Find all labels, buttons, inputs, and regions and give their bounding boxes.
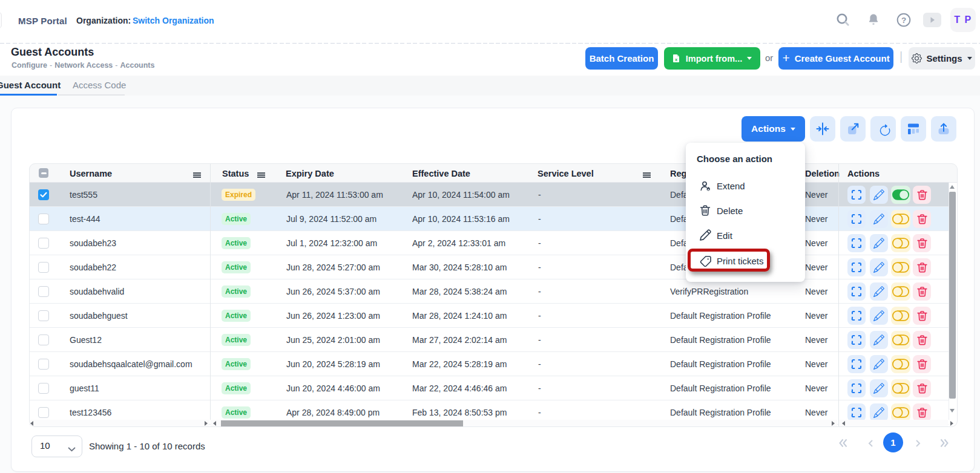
svg-text:?: ? — [901, 16, 906, 25]
